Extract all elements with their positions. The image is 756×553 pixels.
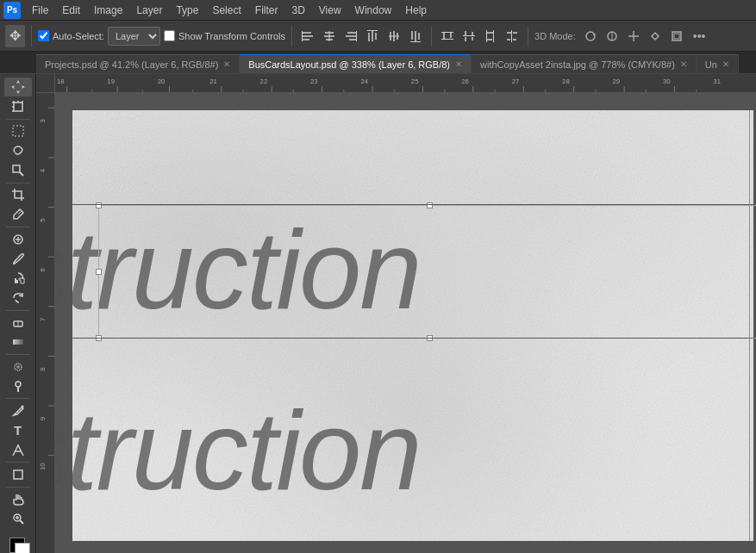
distribute-h-icon[interactable]: [503, 27, 522, 46]
tab-label: BusCardsLayout.psd @ 338% (Layer 6, RGB/…: [248, 59, 450, 70]
3d-slide-icon[interactable]: [646, 27, 665, 46]
tool-crop[interactable]: [4, 185, 32, 204]
tool-lasso[interactable]: [4, 141, 32, 160]
menu-3d[interactable]: 3D: [285, 3, 310, 18]
svg-rect-10: [349, 39, 356, 40]
canvas-area[interactable]: 18 19 20 21 22 23 24 25 26 27 28 29 30 3…: [36, 74, 756, 553]
svg-rect-33: [486, 30, 487, 42]
3d-roll-icon[interactable]: [603, 27, 622, 46]
svg-text:7: 7: [39, 318, 47, 321]
tab-label: Un: [705, 59, 717, 70]
tool-dodge[interactable]: [4, 377, 32, 396]
svg-text:20: 20: [158, 78, 166, 85]
tool-zoom[interactable]: [4, 510, 32, 529]
options-toolbar: ✥ Auto-Select: Layer Group Show Transfor…: [0, 21, 756, 52]
auto-select-dropdown[interactable]: Layer Group: [108, 27, 160, 46]
menu-file[interactable]: File: [26, 3, 54, 18]
auto-select-checkbox[interactable]: [38, 30, 49, 41]
3d-scale-icon[interactable]: [667, 27, 686, 46]
tool-artboard[interactable]: [4, 97, 32, 116]
tool-brush[interactable]: [4, 249, 32, 268]
svg-point-67: [16, 382, 21, 387]
tool-hand[interactable]: [4, 490, 32, 509]
more-options-icon[interactable]: •••: [693, 29, 706, 43]
align-middle-icon[interactable]: [384, 27, 403, 46]
menu-window[interactable]: Window: [349, 3, 398, 18]
tool-marquee[interactable]: [4, 121, 32, 140]
tool-path-select[interactable]: [4, 441, 32, 460]
color-picker[interactable]: [6, 534, 30, 553]
svg-rect-24: [441, 32, 453, 33]
tab-unnamed[interactable]: Un ✕: [697, 54, 739, 73]
align-top-icon[interactable]: [363, 27, 382, 46]
tool-eraser[interactable]: [4, 314, 32, 332]
svg-rect-40: [507, 39, 510, 40]
svg-rect-64: [13, 339, 23, 345]
tool-separator5: [6, 354, 30, 355]
distribute-v-icon[interactable]: [459, 27, 478, 46]
tool-separator8: [6, 487, 30, 488]
svg-point-69: [21, 406, 23, 408]
guide-horizontal-2: [72, 338, 753, 339]
tab-close-projects[interactable]: ✕: [223, 59, 230, 69]
svg-rect-20: [411, 31, 413, 40]
3d-pan-icon[interactable]: [624, 27, 643, 46]
tool-healing[interactable]: [4, 230, 32, 249]
tool-separator1: [6, 119, 30, 120]
auto-select-label[interactable]: Auto-Select:: [38, 30, 104, 41]
tool-object-select[interactable]: [4, 161, 32, 180]
menu-image[interactable]: Image: [88, 3, 128, 18]
align-right-icon[interactable]: [341, 27, 360, 46]
tool-type[interactable]: T: [4, 421, 32, 440]
tool-history-brush[interactable]: [4, 289, 32, 308]
tool-pen[interactable]: [4, 401, 32, 420]
svg-text:8: 8: [39, 367, 47, 371]
separator4: [528, 26, 528, 47]
align-center-icon[interactable]: [320, 27, 339, 46]
move-tool-btn[interactable]: ✥: [5, 25, 25, 47]
tool-move[interactable]: [4, 78, 32, 96]
show-transform-text: Show Transform Controls: [178, 31, 285, 41]
svg-rect-0: [303, 32, 311, 34]
menu-type[interactable]: Type: [170, 3, 204, 18]
tab-label: withCopyAsset 2insta.jpg @ 778% (CMYK/8#…: [480, 59, 675, 70]
menu-edit[interactable]: Edit: [56, 3, 86, 18]
svg-text:5: 5: [39, 218, 47, 222]
svg-rect-48: [674, 34, 679, 39]
tab-buscards[interactable]: BusCardsLayout.psd @ 338% (Layer 6, RGB/…: [240, 54, 472, 73]
menu-layer[interactable]: Layer: [130, 3, 168, 18]
distribute-top-icon[interactable]: [438, 27, 457, 46]
left-toolbar: T: [0, 74, 36, 553]
tool-shape[interactable]: [4, 465, 32, 484]
background-color[interactable]: [15, 543, 30, 553]
show-transform-label[interactable]: Show Transform Controls: [164, 30, 285, 41]
svg-rect-13: [372, 31, 373, 41]
document-canvas[interactable]: nstruction nstruction: [72, 110, 753, 541]
svg-text:3: 3: [39, 119, 47, 123]
menu-select[interactable]: Select: [206, 3, 247, 18]
align-bottom-icon[interactable]: [406, 27, 425, 46]
tab-projects[interactable]: Projects.psd @ 41.2% (Layer 6, RGB/8#) ✕: [36, 54, 240, 73]
tab-close-unnamed[interactable]: ✕: [722, 59, 729, 69]
3d-rotate-icon[interactable]: [581, 27, 600, 46]
show-transform-checkbox[interactable]: [164, 30, 175, 41]
svg-point-42: [586, 32, 595, 40]
tool-separator4: [6, 310, 30, 311]
tool-blur[interactable]: [4, 357, 32, 376]
tab-close-buscards[interactable]: ✕: [455, 59, 462, 69]
ruler-corner: [36, 74, 55, 93]
distribute-left-icon[interactable]: [481, 27, 500, 46]
menu-help[interactable]: Help: [399, 3, 433, 18]
tool-gradient[interactable]: [4, 332, 32, 351]
tool-eyedropper[interactable]: [4, 205, 32, 224]
tab-close-withcopyasset[interactable]: ✕: [680, 59, 687, 69]
svg-rect-38: [511, 30, 512, 42]
canvas-content[interactable]: nstruction nstruction: [55, 93, 756, 553]
menu-filter[interactable]: Filter: [249, 3, 284, 18]
align-left-icon[interactable]: [298, 27, 317, 46]
guide-horizontal-1: [72, 204, 753, 205]
tab-withcopyasset[interactable]: withCopyAsset 2insta.jpg @ 778% (CMYK/8#…: [472, 54, 697, 73]
tool-clone[interactable]: [4, 269, 32, 288]
menu-view[interactable]: View: [313, 3, 347, 18]
svg-rect-31: [472, 32, 473, 35]
